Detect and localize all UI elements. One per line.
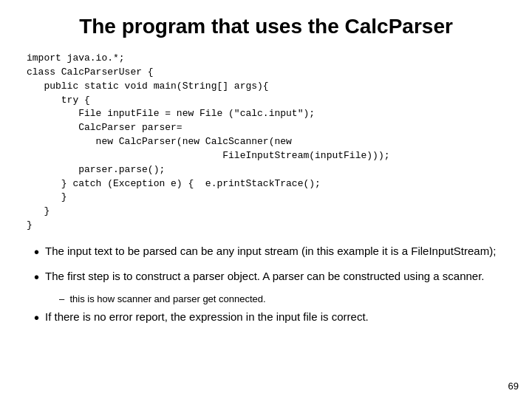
bullet-dot-1: • xyxy=(34,242,39,262)
bullets-section: • The input text to be parsed can be any… xyxy=(34,243,505,328)
bullet-item-3: • If there is no error report, the expre… xyxy=(34,309,505,328)
page-number: 69 xyxy=(508,381,519,392)
bullet-text-1: The input text to be parsed can be any i… xyxy=(45,243,505,259)
bullet-item-2: • The first step is to construct a parse… xyxy=(34,268,505,287)
bullet-item-1: • The input text to be parsed can be any… xyxy=(34,243,505,262)
sub-bullet-1: – this is how scanner and parser get con… xyxy=(55,293,505,304)
slide-title: The program that uses the CalcParser xyxy=(27,15,505,38)
slide: The program that uses the CalcParser imp… xyxy=(0,0,532,399)
bullet-text-3: If there is no error report, the express… xyxy=(45,309,505,324)
bullet-text-2: The first step is to construct a parser … xyxy=(45,268,505,284)
bullet-dot-3: • xyxy=(34,307,39,328)
code-block: import java.io.*; class CalcParserUser {… xyxy=(27,52,505,233)
bullet-dot-2: • xyxy=(34,267,39,287)
sub-bullet-text-1: – this is how scanner and parser get con… xyxy=(59,293,266,304)
